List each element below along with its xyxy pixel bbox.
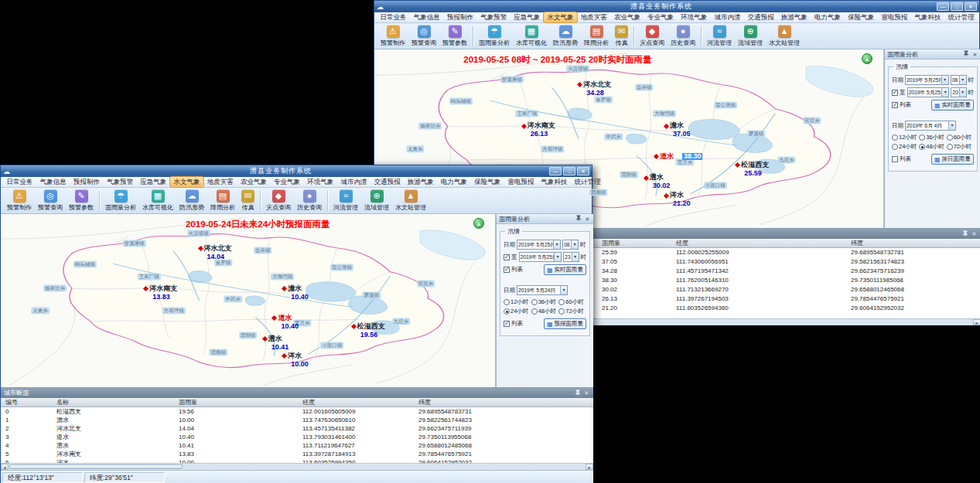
tool-warning-query[interactable]: ◎预警查询 — [408, 24, 439, 48]
menu-tab-12[interactable]: 交通预报 — [370, 177, 404, 187]
duration-radio-60小时[interactable]: 60小时 — [947, 134, 974, 141]
map-locate-button[interactable]: ▲ — [862, 53, 872, 64]
menu-tab-3[interactable]: 预报制作 — [443, 12, 476, 22]
menu-tab-12[interactable]: 交通预报 — [744, 12, 777, 22]
station-涔水南支[interactable]: 涔水南支13.83 — [144, 284, 177, 301]
menu-tab-16[interactable]: 雷电预报 — [504, 177, 538, 187]
maximize-button[interactable]: □ — [951, 2, 963, 11]
tool-fax[interactable]: ✉传真 — [238, 189, 258, 213]
titlebar[interactable]: ☁ 澧县业务制作系统 — □ ✕ — [1, 165, 592, 177]
duration-radio-24小时[interactable]: 24小时 — [892, 143, 919, 151]
scrollbar-thumb[interactable] — [9, 464, 183, 469]
tool-disaster-query[interactable]: ◆灾点查询 — [263, 189, 294, 213]
tool-hydro-station-manage[interactable]: ▲水文站管理 — [766, 24, 803, 48]
menu-tab-2[interactable]: 气象信息 — [36, 177, 70, 187]
menu-tab-16[interactable]: 雷电预报 — [878, 12, 911, 22]
menu-tab-9[interactable]: 专业气象 — [644, 12, 678, 22]
table-row[interactable]: 5涔水南支13.83113.39728718491329.78544765759… — [1, 450, 593, 458]
station-涔水南支[interactable]: 涔水南支26.13 — [522, 121, 555, 138]
tool-basin-manage[interactable]: ⊕流域管理 — [361, 189, 392, 213]
scroll-right-icon[interactable]: ▸ — [973, 319, 980, 325]
tool-warning-params[interactable]: ✎预警参数 — [439, 24, 470, 48]
duration-radio-48小时[interactable]: 48小时 — [919, 143, 946, 151]
menu-tab-18[interactable]: 统计管理 — [571, 177, 604, 187]
menu-tab-17[interactable]: 气象科技 — [911, 12, 944, 22]
duration-radio-72小时[interactable]: 72小时 — [947, 143, 974, 151]
table-row[interactable]: 6涔水10.00113.60352599435029.6064152952032 — [1, 458, 593, 463]
tool-warning-make[interactable]: ⚠预警制作 — [377, 24, 408, 48]
duration-radio-36小时[interactable]: 36小时 — [919, 134, 946, 141]
col-latitude[interactable]: 纬度 — [851, 239, 863, 248]
menu-tab-14[interactable]: 电力气象 — [811, 12, 844, 22]
col-name[interactable]: 名称 — [56, 398, 69, 407]
realtime-rain-button[interactable]: ▦实时面雨量 — [544, 264, 586, 275]
menu-tab-9[interactable]: 专业气象 — [271, 177, 304, 187]
menu-tab-6[interactable]: 水文气象 — [544, 12, 577, 22]
tool-river-manage[interactable]: ≈河流管理 — [704, 24, 735, 48]
menu-tab-14[interactable]: 电力气象 — [437, 177, 470, 187]
tool-area-rain-analysis[interactable]: ☂面雨量分析 — [102, 189, 139, 213]
duration-radio-48小时[interactable]: 48小时 — [531, 308, 559, 315]
station-涔水[interactable]: 涔水21.20 — [664, 190, 691, 207]
horizontal-scrollbar[interactable]: ◂ ▸ — [1, 463, 593, 470]
menu-tab-5[interactable]: 应急气象 — [510, 12, 544, 22]
map-locate-button[interactable]: ▲ — [473, 218, 484, 229]
realtime-rain-button[interactable]: ▦实时面雨量 — [931, 100, 974, 111]
menu-tab-11[interactable]: 城市内涝 — [337, 177, 370, 187]
close-panel-icon[interactable]: ✕ — [584, 216, 591, 223]
station-道水[interactable]: 道水10.40 — [272, 313, 299, 330]
minimize-button[interactable]: — — [937, 2, 949, 11]
duration-radio-60小时[interactable]: 60小时 — [558, 298, 586, 306]
tool-history-query[interactable]: ●历史查询 — [668, 24, 698, 48]
map-area[interactable]: 2019-05-24日未来24小时预报面雨量 ▲ 甘溪滩镇火连坡镇码头铺镇杨家坊… — [1, 214, 496, 387]
tool-basin-manage[interactable]: ⊕流域管理 — [735, 24, 766, 48]
tool-flood-situation[interactable]: ☁防汛形势 — [550, 24, 581, 48]
menu-tab-4[interactable]: 气象预警 — [477, 12, 510, 22]
station-涔水北支[interactable]: 涔水北支14.04 — [199, 243, 232, 260]
menu-tab-11[interactable]: 城市内涝 — [711, 12, 744, 22]
start-hour-select[interactable]: 08▾ — [562, 240, 579, 250]
menu-tab-6[interactable]: 水文气象 — [170, 177, 203, 187]
end-hour-select[interactable]: 23▾ — [563, 252, 579, 262]
end-date-select[interactable]: 2019年 5月25日▾ — [519, 252, 562, 262]
menu-tab-8[interactable]: 农业气象 — [610, 12, 644, 22]
menu-tab-17[interactable]: 气象科技 — [538, 177, 571, 187]
list2-checkbox[interactable] — [892, 156, 898, 162]
menu-tab-10[interactable]: 环境气象 — [304, 177, 337, 187]
col-id[interactable]: 编号 — [5, 398, 18, 407]
start-date-select[interactable]: 2019年 5月25日▾ — [517, 240, 561, 250]
list-checkbox[interactable] — [504, 267, 510, 273]
station-涔水[interactable]: 涔水10.00 — [282, 351, 309, 368]
tool-reservoir-visual[interactable]: ▦水库可视化 — [513, 24, 550, 48]
menu-tab-15[interactable]: 保险气象 — [471, 177, 504, 187]
duration-radio-36小时[interactable]: 36小时 — [531, 298, 559, 306]
col-rain[interactable]: 面雨量 — [179, 398, 197, 407]
tool-hydro-station-manage[interactable]: ▲水文站管理 — [392, 189, 429, 213]
duration-radio-24小时[interactable]: 24小时 — [504, 308, 531, 315]
tool-river-manage[interactable]: ≈河流管理 — [330, 189, 361, 213]
menu-tab-15[interactable]: 保险气象 — [845, 12, 878, 22]
start-date-select[interactable]: 2019年 5月25日▾ — [905, 75, 949, 85]
menu-tab-7[interactable]: 地质灾害 — [577, 12, 610, 22]
menu-tab-8[interactable]: 农业气象 — [237, 177, 270, 187]
close-panel-icon[interactable]: ✕ — [583, 389, 590, 396]
tool-rain-analysis[interactable]: ▤降雨分析 — [207, 189, 238, 213]
duration-radio-72小时[interactable]: 72小时 — [558, 308, 586, 315]
menu-tab-5[interactable]: 应急气象 — [137, 177, 170, 187]
forecast-date-select[interactable]: 2019年 6月 4日▾ — [905, 121, 956, 131]
scroll-right-icon[interactable]: ▸ — [586, 464, 593, 470]
pin-icon[interactable] — [962, 50, 969, 58]
pin-icon[interactable] — [961, 230, 968, 238]
menu-tab-1[interactable]: 日常业务 — [3, 177, 36, 187]
col-longitude[interactable]: 经度 — [302, 398, 315, 407]
close-panel-icon[interactable]: ✕ — [971, 230, 978, 237]
menu-tab-10[interactable]: 环境气象 — [678, 12, 711, 22]
menu-tab-1[interactable]: 日常业务 — [377, 12, 410, 22]
forecast-date-select[interactable]: 2019年 5月24日▾ — [517, 285, 568, 295]
station-松滋西支[interactable]: 松滋西支25.59 — [736, 160, 769, 177]
scrollbar-track[interactable] — [9, 464, 586, 470]
station-涔水北支[interactable]: 涔水北支34.28 — [578, 80, 611, 97]
table-row[interactable]: 1澹水10.00113.74763065061029.5822561744823 — [1, 416, 593, 424]
duration-radio-12小时[interactable]: 12小时 — [892, 134, 919, 141]
col-rain[interactable]: 面雨量 — [602, 239, 620, 248]
